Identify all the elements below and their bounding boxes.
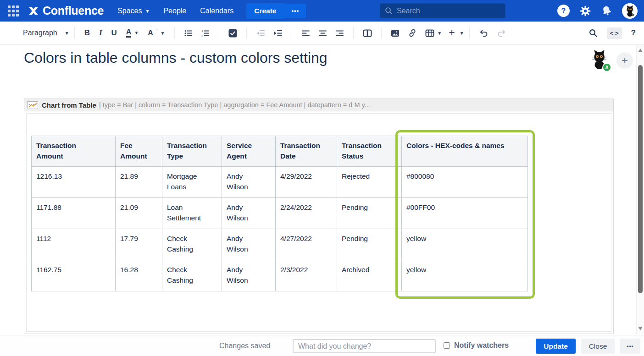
create-button[interactable]: Create bbox=[246, 3, 284, 19]
column-header: Transaction Date bbox=[276, 136, 337, 167]
bullet-list-button[interactable] bbox=[184, 29, 193, 38]
nav-item-calendars[interactable]: Calendars bbox=[200, 7, 233, 15]
search-input[interactable] bbox=[397, 7, 493, 15]
search-box[interactable] bbox=[380, 3, 505, 18]
notify-watchers-checkbox[interactable] bbox=[444, 342, 450, 349]
table-row: 1162.75 16.28 Check Cashing Andy Wilson … bbox=[32, 260, 528, 291]
cell: 1171.88 bbox=[32, 198, 116, 229]
chart-from-table-macro[interactable]: Chart from Table | type = Bar | column =… bbox=[24, 99, 614, 334]
column-header: Fee Amount bbox=[116, 136, 162, 167]
insert-table-button[interactable]: ▼ bbox=[425, 29, 442, 38]
vertical-scrollbar[interactable] bbox=[636, 45, 644, 335]
italic-button[interactable]: I bbox=[99, 28, 102, 38]
column-header: Service Agent bbox=[222, 136, 276, 167]
change-comment-input[interactable] bbox=[293, 339, 436, 353]
insert-link-button[interactable] bbox=[408, 28, 417, 38]
cell: Pending bbox=[337, 198, 402, 229]
cell: 1216.13 bbox=[32, 167, 116, 198]
chevron-down-icon: ▼ bbox=[460, 31, 464, 36]
nav-right-cluster: ? bbox=[557, 0, 638, 22]
settings-gear-icon[interactable] bbox=[579, 5, 591, 17]
underline-button[interactable]: U bbox=[111, 28, 117, 38]
page-layout-button[interactable] bbox=[363, 29, 372, 38]
align-center-button[interactable] bbox=[318, 29, 327, 38]
nav-item-spaces[interactable]: Spaces▼ bbox=[117, 7, 150, 15]
chevron-down-icon: ▼ bbox=[134, 30, 139, 35]
cell: Andy Wilson bbox=[222, 167, 276, 198]
macro-body: Transaction Amount Fee Amount Transactio… bbox=[26, 113, 611, 332]
cell: 21.89 bbox=[116, 167, 162, 198]
close-button[interactable]: Close bbox=[581, 339, 615, 354]
nav-more-button[interactable]: ••• bbox=[284, 4, 306, 18]
transactions-table: Transaction Amount Fee Amount Transactio… bbox=[31, 136, 528, 291]
logo-text: Confluence bbox=[43, 4, 104, 17]
cell: 1162.75 bbox=[32, 260, 116, 291]
toolbar-divider bbox=[219, 27, 219, 39]
cell: Check Cashing bbox=[162, 260, 222, 291]
cell: Check Cashing bbox=[162, 229, 222, 260]
task-list-button[interactable] bbox=[228, 29, 237, 38]
cell: 4/27/2022 bbox=[276, 229, 337, 260]
align-left-button[interactable] bbox=[301, 29, 310, 38]
scroll-up-arrow[interactable] bbox=[638, 49, 643, 52]
chevron-down-icon: ▼ bbox=[65, 31, 69, 36]
insert-more-button[interactable]: +▼ bbox=[446, 27, 464, 39]
cell: 2/24/2022 bbox=[276, 198, 337, 229]
cell: Andy Wilson bbox=[222, 260, 276, 291]
paragraph-style-dropdown[interactable]: Paragraph▼ bbox=[23, 29, 69, 37]
column-header: Transaction Status bbox=[337, 136, 402, 167]
confluence-mark-icon bbox=[28, 5, 39, 16]
cell: Andy Wilson bbox=[222, 229, 276, 260]
confluence-logo[interactable]: Confluence bbox=[28, 4, 104, 17]
help-icon[interactable]: ? bbox=[557, 5, 570, 17]
save-status-text: Changes saved bbox=[219, 342, 270, 350]
page-title[interactable]: Colors in table columns - custom colors … bbox=[24, 49, 528, 66]
macro-parameters: | type = Bar | column = Transaction Type… bbox=[99, 101, 370, 109]
toolbar-divider bbox=[246, 27, 247, 39]
editor-help-button[interactable]: ? bbox=[631, 28, 636, 38]
bold-button[interactable]: B bbox=[84, 28, 90, 38]
outdent-button bbox=[256, 29, 265, 38]
update-button[interactable]: Update bbox=[536, 339, 576, 354]
cell-color-value: yellow bbox=[402, 229, 528, 260]
add-collaborator-button[interactable]: + bbox=[616, 52, 633, 69]
macro-name: Chart from Table bbox=[42, 101, 96, 109]
chart-macro-icon bbox=[28, 101, 38, 109]
text-color-button[interactable]: A▼ bbox=[126, 28, 139, 38]
cell: Mortgage Loans bbox=[162, 167, 222, 198]
nav-item-people[interactable]: People bbox=[163, 7, 186, 15]
app-switcher-icon[interactable] bbox=[8, 5, 19, 16]
cell: 2/3/2022 bbox=[276, 260, 337, 291]
cell-color-value: yellow bbox=[402, 260, 528, 291]
numbered-list-button[interactable]: 1 2 bbox=[201, 29, 210, 38]
chevron-down-icon: ▼ bbox=[160, 31, 165, 36]
table-header-row: Transaction Amount Fee Amount Transactio… bbox=[32, 136, 528, 167]
toolbar-divider bbox=[292, 27, 292, 39]
scroll-down-arrow[interactable] bbox=[638, 327, 643, 330]
notify-watchers-label: Notify watchers bbox=[454, 341, 509, 350]
indent-button[interactable] bbox=[273, 29, 283, 38]
source-editor-button[interactable]: < > bbox=[607, 27, 622, 39]
svg-text:1: 1 bbox=[201, 29, 203, 33]
editor-footer-bar: Changes saved Notify watchers Update Clo… bbox=[0, 335, 644, 356]
more-formatting-button[interactable]: A°▼ bbox=[148, 29, 165, 37]
notifications-bell-icon[interactable] bbox=[601, 5, 612, 16]
cell: Pending bbox=[337, 229, 402, 260]
toolbar-divider bbox=[174, 27, 175, 39]
cell: 4/29/2022 bbox=[276, 167, 337, 198]
footer-more-button[interactable]: ••• bbox=[620, 339, 640, 354]
insert-image-button[interactable] bbox=[391, 29, 400, 38]
user-avatar[interactable] bbox=[622, 3, 638, 19]
cell: Archived bbox=[337, 260, 402, 291]
scrollbar-thumb[interactable] bbox=[638, 65, 643, 293]
column-header: Transaction Amount bbox=[32, 136, 116, 167]
find-replace-icon[interactable] bbox=[588, 28, 598, 38]
cell-color-value: #800080 bbox=[402, 167, 528, 198]
toolbar-divider bbox=[469, 27, 470, 39]
undo-button[interactable] bbox=[479, 28, 489, 38]
cell: 17.79 bbox=[116, 229, 162, 260]
table-row: 1171.88 21.09 Loan Settlement Andy Wilso… bbox=[32, 198, 528, 229]
align-right-button[interactable] bbox=[335, 29, 344, 38]
chevron-down-icon: ▼ bbox=[437, 31, 442, 36]
toolbar-divider bbox=[74, 27, 75, 39]
